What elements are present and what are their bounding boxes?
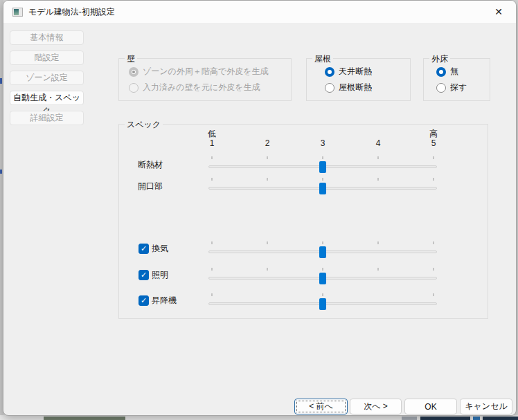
scale-number: 1: [210, 138, 215, 148]
radio-outer-floor-none[interactable]: 無: [436, 66, 458, 77]
cancel-button[interactable]: キャンセル: [460, 399, 512, 414]
slider-tick: [211, 268, 213, 271]
slider-tick: [211, 241, 213, 244]
slider-rail: [212, 156, 434, 173]
checkbox-ventilation[interactable]: ✓ 換気: [139, 243, 168, 255]
radio-roof-roof-insulation[interactable]: 屋根断熱: [325, 82, 372, 93]
group-spec: スペック: [118, 124, 488, 319]
group-wall-title: 壁: [125, 53, 137, 65]
radio-icon: [129, 83, 139, 93]
sidebar-item-detail-settings[interactable]: 詳細設定: [10, 111, 84, 125]
ok-button[interactable]: OK: [404, 399, 457, 414]
background-artifact: [420, 417, 470, 420]
slider-tick: [322, 293, 323, 296]
radio-outer-floor-search[interactable]: 探す: [436, 82, 467, 93]
slider-tick: [267, 178, 268, 181]
slider-tick: [267, 268, 268, 271]
slider-tick: [433, 268, 434, 271]
background-artifact: [44, 417, 125, 420]
slider-tick: [377, 268, 379, 271]
radio-wall-from-entered-walls[interactable]: 入力済みの壁を元に外皮を生成: [129, 82, 260, 93]
slider-tick: [211, 293, 213, 296]
radio-roof-ceiling-insulation[interactable]: 天井断熱: [325, 66, 372, 77]
slider-tick: [322, 156, 323, 159]
group-roof: 屋根 天井断熱 屋根断熱: [306, 58, 411, 101]
slider-thumb[interactable]: [319, 183, 326, 194]
title-bar: モデル建物法-初期設定 ✕: [3, 1, 516, 23]
slider-row-openings: 開口部: [3, 178, 517, 194]
checkbox-icon: ✓: [139, 295, 149, 306]
checkbox-elevator[interactable]: ✓ 昇降機: [139, 295, 177, 307]
group-outer-floor: 外床 無 探す: [423, 58, 490, 101]
slider-tick: [377, 178, 379, 181]
background-artifact: [402, 417, 417, 420]
slider-rail: [212, 268, 434, 284]
slider-tick: [433, 178, 434, 181]
slider-tick: [433, 156, 434, 159]
radio-wall-generate-from-zone[interactable]: ゾーンの外周＋階高で外皮を生成: [129, 66, 268, 77]
background-artifact: [0, 415, 518, 420]
sidebar-item-zone-settings[interactable]: ゾーン設定: [10, 71, 84, 85]
previous-button[interactable]: < 前へ: [294, 399, 348, 414]
slider-thumb[interactable]: [319, 246, 326, 258]
sidebar-item-basic-info[interactable]: 基本情報: [10, 30, 84, 45]
group-outer-floor-title: 外床: [429, 53, 450, 65]
window-icon: [12, 8, 23, 17]
background-artifact: [483, 417, 518, 420]
slider-tick: [433, 241, 434, 244]
slider-tick: [267, 156, 268, 159]
radio-icon: [325, 83, 334, 93]
desktop-background: モデル建物法-初期設定 ✕ 基本情報 階設定 ゾーン設定 自動生成・スペック 詳…: [0, 0, 518, 420]
group-spec-title: スペック: [125, 119, 163, 131]
slider-tick: [211, 178, 213, 181]
checkbox-icon: ✓: [139, 244, 149, 254]
scale-number: 2: [265, 138, 270, 148]
sidebar-item-floor-settings[interactable]: 階設定: [10, 51, 84, 65]
slider-row-elevator: ✓ 昇降機: [3, 293, 517, 310]
slider-tick: [322, 268, 323, 271]
background-artifact: [473, 417, 480, 420]
slider-tick: [322, 241, 323, 244]
slider-rail: [212, 178, 434, 194]
slider-tick: [433, 293, 434, 296]
radio-icon: [436, 83, 446, 93]
slider-thumb[interactable]: [319, 298, 326, 310]
slider-row-ventilation: ✓ 換気: [3, 241, 517, 258]
radio-icon: [436, 67, 446, 77]
slider-rail: [212, 293, 434, 310]
slider-tick: [377, 241, 379, 244]
group-roof-title: 屋根: [312, 53, 333, 65]
slider-tick: [322, 178, 323, 181]
radio-icon: [129, 67, 139, 77]
slider-row-insulation: 断熱材: [3, 156, 517, 173]
slider-tick: [267, 241, 268, 244]
slider-tick: [211, 156, 213, 159]
slider-tick: [377, 156, 379, 159]
slider-rail: [212, 241, 434, 258]
scale-number: 4: [376, 138, 381, 148]
scale-number: 5: [431, 138, 436, 148]
slider-thumb[interactable]: [319, 161, 326, 173]
checkbox-lighting[interactable]: ✓ 照明: [139, 269, 168, 281]
slider-row-lighting: ✓ 照明: [3, 268, 517, 284]
background-artifact: [0, 170, 2, 174]
window-title: モデル建物法-初期設定: [28, 6, 115, 18]
sidebar-item-autogen-spec[interactable]: 自動生成・スペック: [10, 91, 84, 105]
checkbox-icon: ✓: [139, 270, 149, 280]
slider-thumb[interactable]: [319, 273, 326, 284]
dialog-window: モデル建物法-初期設定 ✕ 基本情報 階設定 ゾーン設定 自動生成・スペック 詳…: [3, 0, 517, 416]
radio-icon: [325, 67, 334, 77]
group-wall: 壁 ゾーンの外周＋階高で外皮を生成 入力済みの壁を元に外皮を生成: [118, 58, 292, 101]
scale-number: 3: [321, 138, 325, 148]
next-button[interactable]: 次へ >: [350, 399, 402, 414]
background-artifact: [0, 78, 2, 84]
close-icon[interactable]: ✕: [488, 3, 509, 20]
